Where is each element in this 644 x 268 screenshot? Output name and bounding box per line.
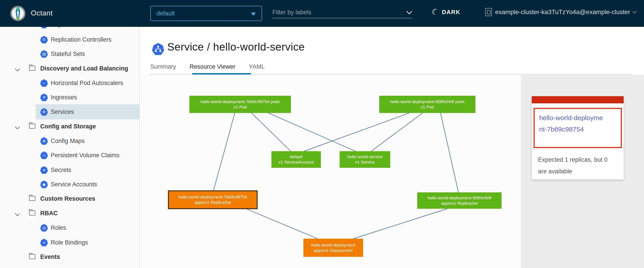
dark-theme-toggle[interactable]: ☾ DARK <box>432 8 460 16</box>
folder-icon <box>29 196 35 201</box>
node-label: hello-world-deployment <box>311 242 355 248</box>
replication-controllers-icon: ↻ <box>40 36 48 44</box>
resource-graph: hello-world-deployment-7b69c98754 pods v… <box>140 75 521 268</box>
moon-icon: ☾ <box>430 7 440 17</box>
graph-node-pod-85ff4cf44f[interactable]: hello-world-deployment-85ff4cf44f pods v… <box>379 96 476 113</box>
cluster-selector[interactable]: example-cluster-ka3TuTzYo4a@example-clus… <box>485 8 636 16</box>
node-sublabel: v1 Pod <box>420 104 434 110</box>
secrets-icon: ∗ <box>40 166 48 174</box>
pvc-icon: ≈ <box>40 152 48 159</box>
namespace-value: default <box>156 10 175 17</box>
sidebar-group-custom-resources[interactable]: Custom Resources <box>0 192 139 206</box>
sidebar-item-services[interactable]: ⚙ Services <box>0 105 139 119</box>
node-detail-panel: hello-world-deployment-7b69c98754 Expect… <box>521 75 644 268</box>
node-sublabel: apps/v1 ReplicaSet <box>441 201 478 206</box>
sidebar-group-config-and-storage[interactable]: Config and Storage <box>0 119 139 134</box>
chevron-down-icon[interactable] <box>15 211 20 216</box>
node-label: hello-world-deployment-7b69c98754 pods <box>200 99 280 104</box>
folder-icon <box>29 66 35 71</box>
app-title: Octant <box>31 9 52 17</box>
graph-node-serviceaccount-default[interactable]: default v1 ServiceAccount <box>272 151 321 168</box>
cluster-label: example-cluster-ka3TuTzYo4a@example-clus… <box>495 8 630 16</box>
namespace-dropdown[interactable]: default <box>150 6 262 21</box>
node-sublabel: apps/v1 Deployment <box>314 248 353 253</box>
node-sublabel: v1 Service <box>355 160 375 165</box>
folder-icon <box>29 124 35 129</box>
error-highlight-box: hello-world-deployment-7b69c98754 <box>534 108 622 148</box>
hpa-icon: ⇔ <box>40 79 48 87</box>
node-label: hello-world-service <box>347 154 382 160</box>
folder-icon <box>29 210 35 216</box>
tab-bar: Summary Resource Viewer YAML <box>150 63 265 74</box>
services-icon: ⚙ <box>40 108 48 116</box>
sidebar-item-service-accounts[interactable]: ◉ Service Accounts <box>0 177 139 192</box>
sidebar-group-events[interactable]: Events <box>0 250 139 264</box>
service-accounts-icon: ◉ <box>40 180 48 188</box>
node-sublabel: v1 ServiceAccount <box>278 160 314 165</box>
replicas-warning-text: Expected 1 replicas, but 0 are available <box>538 154 616 177</box>
sidebar-item-replica-sets[interactable]: ▣ Replica Sets <box>0 27 139 32</box>
label-filter-input[interactable] <box>272 7 412 18</box>
tab-resource-viewer[interactable]: Resource Viewer <box>190 63 236 74</box>
graph-node-replicaset-7b69c98754[interactable]: hello-world-deployment-7b69c98754 apps/v… <box>168 190 258 209</box>
node-sublabel: v1 Pod <box>234 104 247 110</box>
graph-node-service-hello-world-service[interactable]: hello-world-service v1 Service <box>340 151 390 168</box>
label-filter <box>272 7 412 20</box>
sidebar-item-secrets[interactable]: ∗ Secrets <box>0 163 139 177</box>
octant-logo-icon <box>10 5 26 22</box>
active-tab-underline <box>192 73 251 74</box>
page-title: Service / hello-world-service <box>167 41 305 53</box>
node-label: hello-world-deployment-7b69c98754 <box>178 194 247 200</box>
app-header: Octant default ☾ DARK example-cluster-ka… <box>0 0 644 27</box>
role-bindings-icon: ∞ <box>40 239 48 246</box>
config-maps-icon: ≣ <box>40 137 48 145</box>
sidebar-item-config-maps[interactable]: ≣ Config Maps <box>0 134 139 148</box>
chevron-down-icon[interactable] <box>15 66 20 72</box>
sidebar-item-ingresses[interactable]: ✕ Ingresses <box>0 90 139 104</box>
folder-icon <box>29 254 35 259</box>
error-status-bar <box>532 96 624 103</box>
tab-summary[interactable]: Summary <box>150 63 176 74</box>
roles-icon: ◎ <box>40 224 48 232</box>
sidebar-item-role-bindings[interactable]: ∞ Role Bindings <box>0 235 139 250</box>
graph-node-deployment-hello-world-deployment[interactable]: hello-world-deployment apps/v1 Deploymen… <box>304 239 363 257</box>
sidebar-nav: ▣ Replica Sets ↻ Replication Controllers… <box>0 27 140 268</box>
graph-node-pod-7b69c98754[interactable]: hello-world-deployment-7b69c98754 pods v… <box>190 96 291 113</box>
sidebar-group-discovery-load-balancing[interactable]: Discovery and Load Balancing <box>0 61 139 76</box>
replica-sets-icon: ▣ <box>40 27 48 28</box>
node-label: hello-world-deployment-85ff4cf44f pods <box>390 99 464 104</box>
replicaset-link[interactable]: hello-world-deployment-7b69c98754 <box>539 112 604 135</box>
sidebar-item-roles[interactable]: ◎ Roles <box>0 220 139 235</box>
ingresses-icon: ✕ <box>40 94 48 101</box>
node-sublabel: apps/v1 ReplicaSet <box>194 200 231 205</box>
sidebar-group-rbac[interactable]: RBAC <box>0 206 139 220</box>
replicaset-detail-card: hello-world-deployment-7b69c98754 Expect… <box>532 96 624 180</box>
dark-label: DARK <box>442 9 460 16</box>
graph-node-replicaset-85ff4cf44f[interactable]: hello-world-deployment-85ff4cf44f apps/v… <box>417 192 502 209</box>
node-label: hello-world-deployment-85ff4cf44f <box>428 195 492 201</box>
tab-yaml[interactable]: YAML <box>249 63 265 74</box>
sidebar-item-replication-controllers[interactable]: ↻ Replication Controllers <box>0 32 139 47</box>
sidebar-item-horizontal-pod-autoscalers[interactable]: ⇔ Horizontal Pod Autoscalers <box>0 76 139 90</box>
sidebar-item-persistent-volume-claims[interactable]: ≈ Persistent Volume Claims <box>0 148 139 162</box>
dropdown-caret-icon <box>251 12 256 16</box>
chevron-down-icon <box>633 10 636 14</box>
cluster-icon <box>485 8 492 16</box>
stateful-sets-icon: ▤ <box>40 50 48 58</box>
sidebar-item-stateful-sets[interactable]: ▤ Stateful Sets <box>0 47 139 61</box>
node-label: default <box>290 154 302 160</box>
chevron-down-icon[interactable] <box>15 124 20 130</box>
